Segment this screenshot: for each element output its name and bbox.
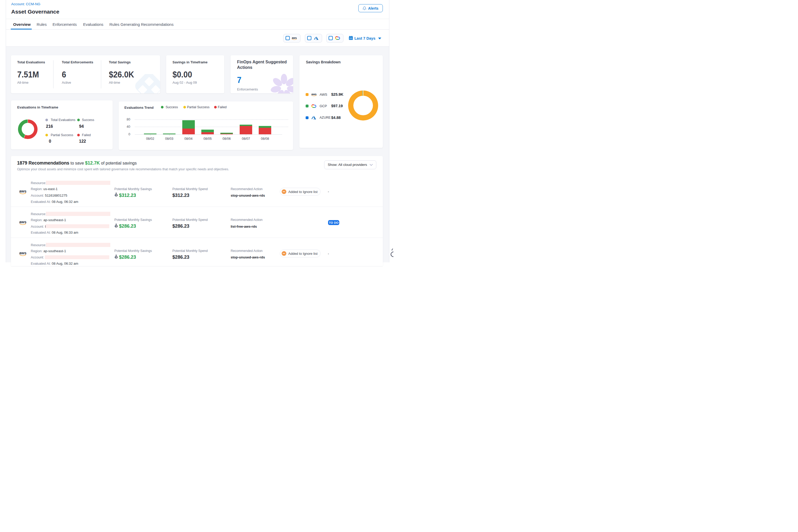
svg-text:aws: aws <box>19 220 26 224</box>
svg-text:aws: aws <box>311 93 317 96</box>
svg-text:$: $ <box>116 194 117 196</box>
svg-text:aws: aws <box>19 189 26 193</box>
svg-text:$: $ <box>116 225 117 227</box>
svg-text:aws: aws <box>292 37 297 39</box>
svg-text:$: $ <box>116 256 117 259</box>
svg-text:aws: aws <box>19 251 26 255</box>
